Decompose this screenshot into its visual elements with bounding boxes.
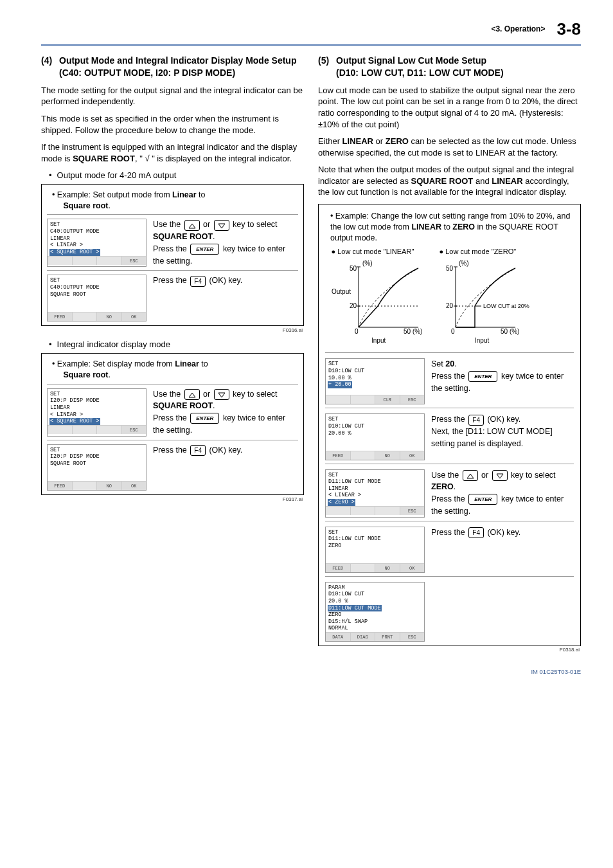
lcd-i20-select: SET I20:P DISP MODE LINEAR < LINEAR > < … [47,388,147,437]
instruction: Press the F4 (OK) key. [431,527,574,573]
bullet-display-mode: Integral indicator display mode [49,339,304,350]
chart-zero-icon: (%) 50 20 0 Input 50 (%) [440,258,568,345]
lcd-d10-confirm: SET D10:LOW CUT 20.00 % FEED.NOOK [325,413,425,460]
para: This mode is set as specified in the ord… [41,113,304,136]
svg-text:0: 0 [451,328,455,335]
enter-key-icon: ENTER [190,413,219,424]
svg-text:(%): (%) [459,260,469,267]
instruction: Use the or key to select ZERO. Press the… [431,469,574,518]
up-key-icon [184,220,200,231]
doc-id: IM 01C25T03-01E [531,668,581,676]
figure-ref: F0317.ai [41,496,303,503]
lcd-d10-edit: SET D10:LOW CUT 10.00 % + 20.00 ..CLRESC [325,358,425,404]
example-text: • Example: Set display mode from Linear … [52,359,298,381]
page-header: <3. Operation> 3-8 [41,18,581,41]
instruction: Press the F4 (OK) key. [153,275,298,321]
svg-text:LOW CUT at 20%: LOW CUT at 20% [483,303,529,309]
chart-linear-icon: (%) 50 20 Output 0 Input 50 (%) [332,258,428,345]
enter-key-icon: ENTER [468,494,497,505]
f4-key-icon: F4 [468,415,484,426]
right-column: (5)Output Signal Low Cut Mode Setup(D10:… [318,55,581,659]
para: Low cut mode can be used to stabilize th… [318,85,581,130]
svg-text:20: 20 [350,302,357,309]
up-key-icon [463,470,478,481]
header-rule [41,44,581,46]
f4-key-icon: F4 [468,527,484,538]
left-column: (4)Output Mode and Integral Indicator Di… [41,55,304,659]
instruction: Use the or key to select SQUARE ROOT. Pr… [153,219,298,267]
instruction: Set 20. Press the ENTER key twice to ent… [431,358,574,404]
graph-zero: ● Low cut mode "ZERO" (%) 50 20 0 Input … [440,247,568,345]
figure-low-cut: • Example: Change the low cut setting ra… [318,204,581,646]
down-key-icon [214,389,229,400]
svg-text:(%): (%) [362,260,373,267]
lcd-d11-select: SET D11:LOW CUT MODE LINEAR < LINEAR > <… [325,469,425,518]
figure-display-mode: • Example: Set display mode from Linear … [41,353,304,495]
svg-text:Input: Input [371,337,386,344]
figure-ref: F0316.ai [41,327,303,334]
graph-linear: ● Low cut mode "LINEAR" (%) 50 20 Output… [332,247,428,345]
para: Note that when the output modes of the o… [318,164,581,198]
svg-text:Input: Input [475,337,489,344]
example-text: • Example: Set output mode from Linear t… [52,190,298,212]
enter-key-icon: ENTER [468,371,497,382]
para: If the instrument is equipped with an in… [41,141,304,164]
bullet-output-mode: Output mode for 4-20 mA output [49,170,304,181]
svg-text:50: 50 [446,265,454,272]
para: The mode setting for the output signal a… [41,85,304,107]
example-text: • Example: Change the low cut setting ra… [330,211,574,244]
svg-text:Output: Output [332,288,351,295]
svg-text:50 (%): 50 (%) [501,328,519,335]
down-key-icon [214,220,229,231]
chapter-label: <3. Operation> [491,24,545,34]
section-4-heading: (4)Output Mode and Integral Indicator Di… [41,55,304,79]
figure-ref: F0318.ai [318,647,580,654]
page-footer: IM 01C25T03-01E [41,668,581,676]
instruction: Press the F4 (OK) key. Next, the [D11: L… [431,413,574,460]
lcd-d11-confirm: SET D11:LOW CUT MODE ZERO FEED.NOOK [325,527,425,573]
page-number: 3-8 [556,18,581,41]
f4-key-icon: F4 [190,276,206,287]
enter-key-icon: ENTER [190,244,219,255]
svg-text:50: 50 [350,265,357,272]
lcd-param-list: PARAM D10:LOW CUT 20.0 % D11:LOW CUT MOD… [325,582,425,642]
lcd-c40-confirm: SET C40:OUTPUT MODE SQUARE ROOT FEED.NOO… [47,275,147,321]
svg-text:0: 0 [355,328,359,335]
figure-output-mode: • Example: Set output mode from Linear t… [41,184,304,326]
instruction: Use the or key to select SQUARE ROOT. Pr… [153,388,298,437]
svg-text:20: 20 [446,302,454,309]
section-5-heading: (5)Output Signal Low Cut Mode Setup(D10:… [318,55,581,79]
lcd-i20-confirm: SET I20:P DISP MODE SQUARE ROOT FEED.NOO… [47,444,147,491]
instruction: Press the F4 (OK) key. [153,444,298,491]
up-key-icon [184,389,200,400]
f4-key-icon: F4 [190,445,206,456]
svg-text:50 (%): 50 (%) [404,328,422,335]
lcd-c40-select: SET C40:OUTPUT MODE LINEAR < LINEAR > < … [47,219,147,267]
para: Either LINEAR or ZERO can be selected as… [318,136,581,158]
down-key-icon [492,470,508,481]
